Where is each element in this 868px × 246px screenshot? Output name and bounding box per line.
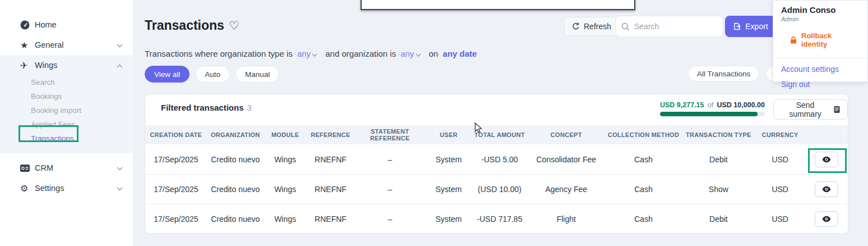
cell-currency: USD [755,215,805,224]
cell-creation-date: 17/Sep/2025 [145,155,207,164]
filter-on: on [429,49,438,58]
user-name: Admin Conso [781,5,860,15]
cell-reference: RNEFNF [307,185,355,194]
cell-user: System [425,215,472,224]
table-row[interactable]: 17/Sep/2025 Credito nuevo Wings RNEFNF –… [145,174,848,204]
sidebar-item-home[interactable]: Home [0,15,133,35]
sidebar-item-label: Home [35,20,124,29]
export-label: Export [745,22,768,31]
col-statement-reference[interactable]: STATEMENT REFERENCE [354,128,425,142]
date-filter-link[interactable]: any date [443,49,477,58]
cell-concept: Flight [527,215,606,224]
limit-progress: USD 9,277.15 of USD 10,000.00 [660,101,765,116]
account-settings-link[interactable]: Account settings [781,65,860,74]
tab-manual[interactable]: Manual [236,66,279,83]
sidebar: Home ★ General ✈ Wings Search Bookings B… [0,0,133,246]
table-row[interactable]: 17/Sep/2025 Credito nuevo Wings RNEFNF –… [145,144,848,174]
chevron-down-icon [117,40,123,50]
sidebar-item-booking-import[interactable]: Booking import [0,103,133,117]
menu-divider [773,58,867,58]
cell-collection-method: Cash [606,215,682,224]
chevron-down-icon [415,53,421,57]
cell-creation-date: 17/Sep/2025 [145,215,207,224]
cell-total-amount: -USD 5.00 [472,155,527,164]
cell-currency: USD [755,155,805,164]
col-reference[interactable]: REFERENCE [307,131,355,138]
search-box [615,16,723,37]
chevron-down-icon [117,163,123,173]
progress-total: USD 10,000.00 [717,101,765,109]
tab-auto[interactable]: Auto [195,66,230,83]
sidebar-item-settings[interactable]: ⚙ Settings [0,178,133,198]
sidebar-item-applied-fees[interactable]: Applied Fees [0,117,133,131]
summary-count: 3 [247,103,252,112]
cell-module: Wings [264,215,307,224]
view-transaction-button[interactable] [815,152,838,167]
favorite-icon[interactable]: ♡ [229,19,239,32]
sidebar-item-crm[interactable]: CRM [0,158,133,178]
cell-module: Wings [264,185,307,194]
progress-fill [660,112,758,116]
export-button[interactable]: Export [725,16,777,37]
sidebar-item-general[interactable]: ★ General [0,35,133,55]
col-user[interactable]: USER [425,131,472,138]
refresh-button[interactable]: Refresh [564,17,619,36]
cell-currency: USD [755,185,805,194]
search-input[interactable] [634,22,713,31]
refresh-label: Refresh [584,22,611,31]
filter-sentence: Transactions where organization type is … [145,49,477,58]
col-transaction-type[interactable]: TRANSACTION TYPE [681,131,755,138]
col-module[interactable]: MODULE [264,131,307,138]
lock-icon [790,37,797,44]
cell-module: Wings [264,155,307,164]
sidebar-item-transactions[interactable]: Transactions [0,131,133,145]
col-total-amount[interactable]: TOTAL AMOUNT [472,131,527,138]
sign-out-link[interactable]: Sign out [781,80,860,89]
gear-icon: ⚙ [20,183,35,194]
eye-icon [822,186,831,193]
cell-organization: Credito nuevo [207,215,264,224]
rollback-identity-button[interactable]: Rollback identity [790,31,860,48]
sidebar-item-wings[interactable]: ✈ Wings [0,55,133,75]
rollback-label: Rollback identity [801,31,860,48]
chevron-up-icon [117,60,123,70]
col-creation-date[interactable]: CREATION DATE [145,131,207,138]
send-summary-button[interactable]: Send summary [773,99,848,120]
cell-concept: Consolidator Fee [527,155,606,164]
sidebar-item-search[interactable]: Search [0,75,133,89]
view-transaction-button[interactable] [815,211,838,227]
dashboard-icon [20,20,35,30]
org-type-dropdown[interactable]: any [297,49,311,58]
col-organization[interactable]: ORGANIZATION [207,131,264,138]
view-transaction-button[interactable] [815,181,838,197]
user-role: Admin [781,16,860,22]
cell-organization: Credito nuevo [207,185,264,194]
tab-all-transactions[interactable]: All Transactions [688,66,759,81]
sidebar-item-label: Settings [35,184,117,193]
tab-view-all[interactable]: View all [145,66,190,83]
search-icon [621,22,630,31]
chevron-down-icon [117,183,123,193]
crm-card-icon [20,165,35,172]
cutoff-tooltip [361,0,635,10]
eye-icon [822,156,831,163]
col-currency[interactable]: CURRENCY [755,131,805,138]
cell-transaction-type: Debit [681,155,755,164]
wings-section: ✈ Wings Search Bookings Booking import A… [0,55,133,153]
col-concept[interactable]: CONCEPT [527,131,606,138]
col-collection-method[interactable]: COLLECTION METHOD [606,131,682,138]
org-dropdown[interactable]: any [400,49,414,58]
cell-user: System [425,155,472,164]
cell-transaction-type: Show [681,185,755,194]
user-menu-dropdown: Admin Conso Admin Rollback identity Acco… [773,0,868,82]
sidebar-item-bookings[interactable]: Bookings [0,89,133,103]
cell-total-amount: -USD 717.85 [472,215,527,224]
cell-statement-reference: – [354,215,425,224]
transactions-card: Filtered transactions3 USD 9,277.15 of U… [145,94,848,234]
table-row[interactable]: 17/Sep/2025 Credito nuevo Wings RNEFNF –… [145,204,848,234]
sidebar-item-label: CRM [35,163,117,172]
view-tabs: View all Auto Manual [145,66,279,83]
cell-user: System [425,185,472,194]
cell-creation-date: 17/Sep/2025 [145,185,207,194]
cell-collection-method: Cash [606,185,682,194]
